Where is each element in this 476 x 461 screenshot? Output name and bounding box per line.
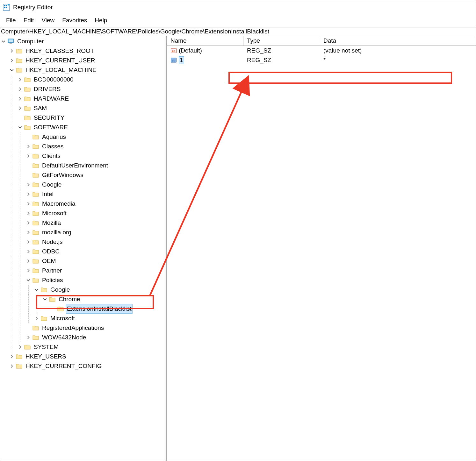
chevron-right-icon[interactable]: [26, 259, 31, 264]
chevron-right-icon[interactable]: [18, 344, 23, 350]
chevron-down-icon[interactable]: [34, 287, 39, 292]
tree-item[interactable]: GitForWindows: [1, 170, 164, 180]
tree-item-label: HARDWARE: [33, 94, 70, 103]
tree-item[interactable]: Macromedia: [1, 199, 164, 209]
tree-item[interactable]: Microsoft: [1, 209, 164, 218]
menu-help[interactable]: Help: [91, 16, 111, 25]
tree-item[interactable]: Google: [1, 180, 164, 189]
folder-icon: [32, 200, 39, 207]
tree-item-label: RegisteredApplications: [41, 323, 105, 332]
annotation-box-value: [228, 72, 452, 84]
tree-item-label: SECURITY: [33, 113, 65, 122]
tree-item-label: GitForWindows: [41, 171, 84, 180]
chevron-right-icon[interactable]: [26, 211, 31, 216]
tree-item[interactable]: Intel: [1, 189, 164, 199]
menu-file[interactable]: File: [2, 16, 20, 25]
tree-pane[interactable]: ComputerHKEY_CLASSES_ROOTHKEY_CURRENT_US…: [0, 36, 165, 461]
svg-text:ab: ab: [172, 59, 176, 62]
tree-item[interactable]: WOW6432Node: [1, 333, 164, 342]
col-name[interactable]: Name: [167, 36, 244, 46]
tree-item[interactable]: BCD00000000: [1, 75, 164, 84]
folder-icon: [32, 162, 39, 169]
tree-item[interactable]: Aquarius: [1, 132, 164, 142]
tree-item[interactable]: HKEY_CLASSES_ROOT: [1, 46, 164, 56]
tree-item[interactable]: Mozilla: [1, 218, 164, 228]
tree-item[interactable]: DRIVERS: [1, 84, 164, 94]
tree-item[interactable]: Google: [1, 285, 164, 294]
tree-item[interactable]: Clients: [1, 151, 164, 161]
folder-icon: [24, 344, 31, 351]
svg-point-5: [8, 4, 10, 6]
chevron-right-icon[interactable]: [26, 249, 31, 254]
chevron-right-icon[interactable]: [26, 153, 31, 159]
chevron-right-icon[interactable]: [18, 77, 23, 82]
tree-item[interactable]: Computer: [1, 37, 164, 46]
registry-tree[interactable]: ComputerHKEY_CLASSES_ROOTHKEY_CURRENT_US…: [1, 37, 164, 371]
tree-item-label: SOFTWARE: [33, 123, 69, 132]
chevron-right-icon[interactable]: [18, 96, 23, 101]
chevron-right-icon[interactable]: [9, 364, 14, 369]
chevron-down-icon[interactable]: [26, 278, 31, 283]
tree-item[interactable]: RegisteredApplications: [1, 323, 164, 333]
computer-icon: [7, 38, 14, 45]
tree-item-label: Aquarius: [41, 132, 67, 141]
tree-item[interactable]: SECURITY: [1, 113, 164, 123]
value-row[interactable]: ab(Default)REG_SZ(value not set): [167, 46, 476, 55]
tree-item[interactable]: HKEY_USERS: [1, 352, 164, 361]
chevron-right-icon[interactable]: [18, 106, 23, 111]
menu-favorites[interactable]: Favorites: [58, 16, 91, 25]
chevron-right-icon[interactable]: [9, 354, 14, 359]
menu-edit[interactable]: Edit: [20, 16, 38, 25]
tree-item[interactable]: HARDWARE: [1, 94, 164, 103]
tree-item[interactable]: Classes: [1, 142, 164, 151]
tree-item-label: Clients: [41, 152, 61, 160]
col-type[interactable]: Type: [244, 36, 320, 46]
tree-item[interactable]: Node.js: [1, 237, 164, 247]
folder-icon: [40, 286, 47, 293]
splitter[interactable]: [165, 36, 167, 461]
tree-item[interactable]: HKEY_CURRENT_USER: [1, 56, 164, 65]
tree-item[interactable]: SAM: [1, 103, 164, 113]
folder-icon: [32, 172, 39, 179]
tree-item-label: mozilla.org: [41, 228, 72, 237]
values-pane[interactable]: Name Type Data ab(Default)REG_SZ(value n…: [167, 36, 476, 461]
address-bar[interactable]: Computer\HKEY_LOCAL_MACHINE\SOFTWARE\Pol…: [0, 27, 476, 36]
chevron-right-icon[interactable]: [26, 239, 31, 245]
tree-item[interactable]: SYSTEM: [1, 342, 164, 352]
chevron-right-icon[interactable]: [26, 144, 31, 149]
svg-rect-1: [4, 5, 5, 6]
value-row[interactable]: ab1REG_SZ*: [167, 55, 476, 65]
tree-item[interactable]: mozilla.org: [1, 228, 164, 237]
chevron-right-icon[interactable]: [9, 48, 14, 53]
menu-view[interactable]: View: [38, 16, 58, 25]
chevron-right-icon[interactable]: [26, 335, 31, 340]
reg-sz-icon: ab: [170, 47, 177, 54]
chevron-right-icon[interactable]: [34, 316, 39, 321]
chevron-right-icon[interactable]: [26, 192, 31, 197]
tree-item[interactable]: Policies: [1, 275, 164, 285]
chevron-down-icon[interactable]: [9, 67, 14, 73]
tree-item[interactable]: HKEY_LOCAL_MACHINE: [1, 65, 164, 75]
chevron-right-icon[interactable]: [18, 87, 23, 92]
title-bar: Registry Editor: [0, 0, 476, 14]
chevron-right-icon[interactable]: [26, 182, 31, 187]
tree-item[interactable]: DefaultUserEnvironment: [1, 161, 164, 170]
tree-item[interactable]: Microsoft: [1, 314, 164, 323]
svg-rect-4: [6, 7, 7, 8]
tree-item[interactable]: HKEY_CURRENT_CONFIG: [1, 361, 164, 371]
tree-item[interactable]: OEM: [1, 256, 164, 266]
tree-item-label: Partner: [41, 266, 63, 275]
chevron-right-icon[interactable]: [26, 230, 31, 235]
chevron-right-icon[interactable]: [26, 220, 31, 225]
tree-item[interactable]: Partner: [1, 266, 164, 275]
value-type: REG_SZ: [244, 57, 320, 64]
chevron-down-icon[interactable]: [18, 125, 23, 130]
chevron-down-icon[interactable]: [1, 39, 6, 44]
chevron-right-icon[interactable]: [26, 201, 31, 206]
folder-icon: [24, 95, 31, 102]
chevron-right-icon[interactable]: [9, 58, 14, 63]
col-data[interactable]: Data: [320, 36, 476, 46]
chevron-right-icon[interactable]: [26, 268, 31, 273]
tree-item[interactable]: ODBC: [1, 247, 164, 256]
tree-item[interactable]: SOFTWARE: [1, 123, 164, 132]
